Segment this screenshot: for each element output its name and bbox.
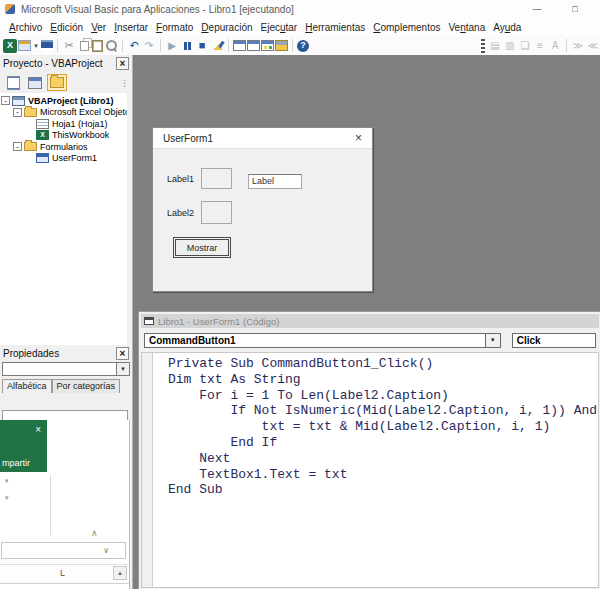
excel-window-fragment: × mpartir ▾ ▾ ∧ ∨ L ▲ (0, 420, 130, 589)
label1-box[interactable] (201, 168, 232, 189)
toolbar-separator (57, 39, 58, 52)
object-combobox[interactable]: CommandButton1 ▼ (144, 333, 501, 348)
view-code-button[interactable] (3, 74, 23, 91)
userform-close-icon[interactable]: × (355, 132, 362, 144)
insert-userform-icon[interactable] (18, 40, 31, 51)
toggle-folders-button[interactable] (47, 74, 67, 91)
properties-window-icon[interactable] (247, 40, 260, 51)
properties-object-combobox[interactable]: ▼ (2, 362, 130, 376)
combobox-arrow-icon[interactable]: ▼ (485, 334, 500, 347)
view-code-icon (7, 76, 20, 90)
ribbon-dropdown-icon[interactable]: ▾ (5, 494, 9, 502)
toolbar: X▾✂↶↷▶■? ▤▥❏≡A≫≪ (0, 36, 600, 56)
code-margin-strip[interactable] (142, 353, 153, 587)
paste-icon[interactable] (92, 40, 103, 52)
toolbox-icon[interactable] (275, 40, 288, 51)
tab-alfabetica[interactable]: Alfabética (2, 379, 52, 393)
project-explorer-icon[interactable] (233, 40, 246, 51)
undo-icon[interactable]: ↶ (127, 39, 141, 53)
tree-item-thisworkbook[interactable]: XThisWorkbook (0, 130, 127, 142)
project-panel-header: Proyecto - VBAProject × (0, 55, 132, 71)
menu-ejecutar[interactable]: Ejecutar (257, 20, 302, 35)
excel-column-header: L ▲ (0, 564, 129, 584)
tab-por-categorias[interactable]: Por categorías (52, 379, 121, 393)
complete-word-icon[interactable]: A (548, 39, 562, 53)
menu-formato[interactable]: Formato (152, 20, 197, 35)
list-constants-icon[interactable]: ▥ (503, 39, 517, 53)
toolbar-separator (122, 39, 123, 52)
tree-item-userform1[interactable]: UserForm1 (0, 153, 127, 165)
menu-ventana[interactable]: Ventana (445, 20, 490, 35)
pause-icon[interactable] (180, 39, 194, 53)
excel-close-icon[interactable]: × (35, 424, 41, 435)
menu-label-part: D (201, 22, 208, 33)
scroll-up-button[interactable]: ▲ (113, 566, 127, 580)
object-browser-icon[interactable] (261, 40, 274, 51)
panel-grip-icon[interactable]: ⋮ (120, 78, 129, 88)
indent-icon[interactable]: ≫ (571, 39, 585, 53)
help-icon[interactable]: ? (297, 40, 309, 52)
menu-edici-n[interactable]: Edición (46, 20, 87, 35)
tree-item-vbaproject-libro1[interactable]: -VBAProject (Libro1) (0, 95, 127, 107)
toolbar-drag-handle[interactable] (481, 39, 485, 53)
menu-ver[interactable]: Ver (87, 20, 110, 35)
menu-herramientas[interactable]: Herramientas (301, 20, 369, 35)
menu-insertar[interactable]: Insertar (110, 20, 152, 35)
excel-name-box[interactable]: ∨ (1, 542, 126, 559)
stop-icon[interactable]: ■ (195, 39, 209, 53)
menu-label-part: A (9, 22, 16, 33)
code-text[interactable]: Private Sub CommandButton1_Click()Dim tx… (168, 356, 598, 587)
parameter-info-icon[interactable]: ≡ (533, 39, 547, 53)
copy-icon[interactable] (77, 39, 91, 53)
view-excel-icon[interactable]: X (3, 39, 17, 53)
userform-window: UserForm1 × Label1 Label Label2 Mostrar (152, 127, 373, 292)
save-icon[interactable] (41, 40, 53, 52)
quick-info-icon[interactable]: ❏ (518, 39, 532, 53)
tree-expander-icon[interactable]: - (13, 108, 22, 117)
tree-expander-icon[interactable]: - (13, 142, 22, 151)
tree-item-formularios[interactable]: -Formularios (0, 141, 127, 153)
tree-expander-icon[interactable]: - (1, 96, 10, 105)
code-line: TextBox1.Text = txt (168, 467, 598, 483)
code-line: If Not IsNumeric(Mid(Label2.Caption, i, … (168, 403, 598, 419)
tree-item-hoja1-hoja1[interactable]: Hoja1 (Hoja1) (0, 118, 127, 130)
ribbon-dropdown-icon[interactable]: ▾ (5, 477, 9, 485)
excel-share-button[interactable]: mpartir (2, 458, 30, 468)
redo-icon[interactable]: ↷ (142, 39, 156, 53)
mostrar-button[interactable]: Mostrar (175, 239, 229, 256)
run-icon[interactable]: ▶ (165, 39, 179, 53)
design-mode-icon[interactable] (210, 39, 224, 53)
form-icon (36, 153, 49, 163)
collapse-ribbon-icon[interactable]: ∧ (91, 528, 98, 538)
cut-icon[interactable]: ✂ (62, 39, 76, 53)
find-icon[interactable] (104, 39, 118, 53)
tree-item-microsoft-excel-objetos[interactable]: -Microsoft Excel Objetos (0, 107, 127, 119)
name-box-arrow-icon[interactable]: ∨ (103, 546, 109, 555)
userform-titlebar[interactable]: UserForm1 × (153, 128, 372, 149)
label2-box[interactable] (201, 201, 232, 224)
menu-label-part: Ay (493, 22, 505, 33)
view-object-button[interactable] (25, 74, 45, 91)
event-combobox[interactable]: Click (512, 333, 596, 348)
list-properties-icon[interactable]: ▤ (488, 39, 502, 53)
outdent-icon[interactable]: ≪ (586, 39, 600, 53)
menu-complementos[interactable]: Complementos (369, 20, 444, 35)
menu-label-part: tana (466, 22, 485, 33)
menu-ayuda[interactable]: Ayuda (489, 20, 525, 35)
project-close-button[interactable]: × (116, 57, 129, 70)
properties-panel-title: Propiedades (3, 348, 59, 359)
menu-depuraci-n[interactable]: Depuración (197, 20, 256, 35)
menu-archivo[interactable]: Archivo (5, 20, 46, 35)
code-window: Libro1 - UserForm1 (Código) CommandButto… (138, 311, 600, 589)
menu-label-part: tar (286, 22, 298, 33)
textbox1[interactable]: Label (248, 174, 302, 189)
insert-userform-caret-icon[interactable]: ▾ (32, 39, 40, 53)
combobox-arrow-icon[interactable]: ▼ (116, 363, 129, 375)
minimize-button[interactable]: — (518, 0, 556, 18)
code-window-titlebar[interactable]: Libro1 - UserForm1 (Código) (141, 314, 599, 328)
code-editor[interactable]: Private Sub CommandButton1_Click()Dim tx… (141, 352, 599, 588)
properties-close-button[interactable]: × (116, 347, 129, 360)
standard-toolbar: X▾✂↶↷▶■? (3, 36, 309, 55)
maximize-button[interactable]: □ (556, 0, 594, 18)
folder-icon (24, 142, 37, 151)
